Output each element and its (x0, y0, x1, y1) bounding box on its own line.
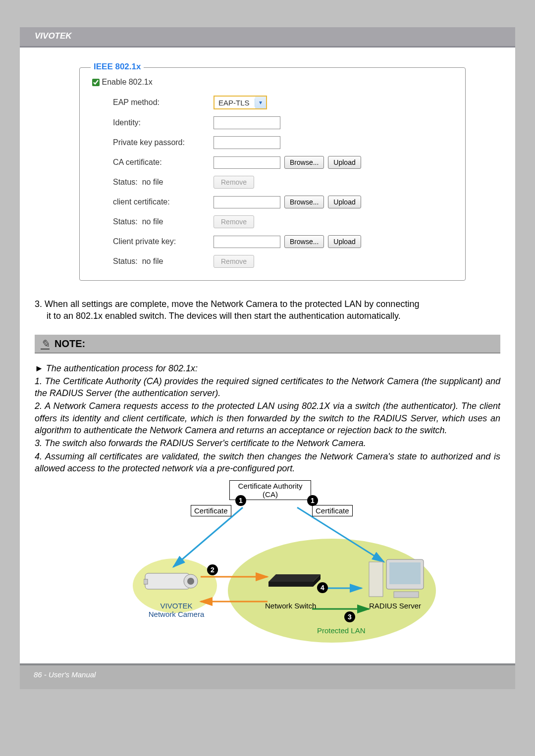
diagram-camera-label: VIVOTEK Network Camera (142, 602, 211, 618)
page-header: VIVOTEK (20, 27, 515, 48)
ca-status-value: no file (142, 178, 163, 186)
pk-status-label: Status: (113, 257, 138, 265)
svg-rect-9 (144, 579, 148, 584)
pk-browse-button[interactable]: Browse... (284, 235, 324, 248)
diagram-radius-label: RADIUS Server (369, 602, 421, 610)
svg-rect-6 (145, 573, 190, 589)
eap-method-label: EAP method: (92, 98, 214, 107)
ca-status-label: Status: (113, 178, 138, 186)
ca-browse-button[interactable]: Browse... (284, 156, 324, 169)
page-footer: 86 - User's Manual (20, 665, 515, 689)
pk-remove-button[interactable]: Remove (214, 255, 254, 268)
note-intro: ► The authentication process for 802.1x: (35, 362, 500, 374)
note-p1: 1. The Certificate Authority (CA) provid… (35, 375, 500, 400)
panel-legend: IEEE 802.1x (91, 62, 144, 72)
diagram-switch-label: Network Switch (265, 602, 316, 610)
private-key-password-label: Private key passord: (92, 138, 214, 147)
note-p4: 4. Assuming all certificates are validat… (35, 451, 500, 475)
step3-text: 3. When all settings are complete, move … (35, 298, 500, 322)
note-body: ► The authentication process for 802.1x:… (35, 362, 500, 475)
svg-rect-10 (369, 562, 383, 597)
client-private-key-field[interactable] (214, 236, 280, 248)
note-pencil-icon: ✎ (41, 338, 50, 351)
step3-line1: When all settings are complete, move the… (45, 299, 419, 309)
client-browse-button[interactable]: Browse... (284, 196, 324, 208)
client-status-value: no file (142, 217, 163, 226)
svg-point-8 (187, 578, 194, 585)
note-title: NOTE: (54, 338, 85, 350)
ca-certificate-field[interactable] (214, 156, 280, 169)
private-key-password-input[interactable] (214, 136, 280, 149)
client-remove-button[interactable]: Remove (214, 215, 254, 228)
ca-certificate-label: CA certificate: (92, 158, 214, 167)
svg-rect-13 (394, 592, 419, 598)
pk-upload-button[interactable]: Upload (328, 235, 361, 248)
eap-method-value: EAP-TLS (214, 99, 255, 107)
step3-number: 3. (35, 299, 42, 309)
client-private-key-label: Client private key: (92, 237, 214, 246)
ieee-8021x-panel: IEEE 802.1x Enable 802.1x EAP method: EA… (79, 67, 466, 281)
enable-8021x-checkbox[interactable] (92, 79, 100, 86)
diagram-certificate-right: Certificate (312, 505, 353, 516)
brand-title: VIVOTEK (35, 31, 72, 41)
note-p2: 2. A Network Camera requests access to t… (35, 400, 500, 436)
identity-label: Identity: (92, 118, 214, 127)
client-certificate-label: client certificate: (92, 198, 214, 206)
diagram-protected-lan-label: Protected LAN (317, 626, 366, 635)
note-header: ✎ NOTE: (35, 335, 500, 353)
diagram-certificate-left: Certificate (191, 505, 231, 516)
step3-line2: it to an 802.1x enabled switch. The devi… (35, 310, 500, 322)
ca-upload-button[interactable]: Upload (328, 156, 361, 169)
page-number: 86 - User's Manual (34, 670, 96, 679)
chevron-down-icon: ▾ (255, 97, 266, 108)
svg-line-0 (173, 507, 243, 567)
identity-input[interactable] (214, 116, 280, 129)
client-certificate-field[interactable] (214, 196, 280, 208)
eap-method-select[interactable]: EAP-TLS ▾ (214, 96, 267, 109)
authentication-diagram: Certificate Authority (CA) Certificate C… (99, 480, 436, 649)
pk-status-value: no file (142, 257, 163, 265)
client-status-label: Status: (113, 217, 138, 226)
client-upload-button[interactable]: Upload (328, 196, 361, 208)
note-p3: 3. The switch also forwards the RADIUS S… (35, 437, 500, 449)
enable-8021x-label: Enable 802.1x (102, 78, 152, 86)
ca-remove-button[interactable]: Remove (214, 176, 254, 189)
svg-rect-12 (389, 562, 421, 584)
